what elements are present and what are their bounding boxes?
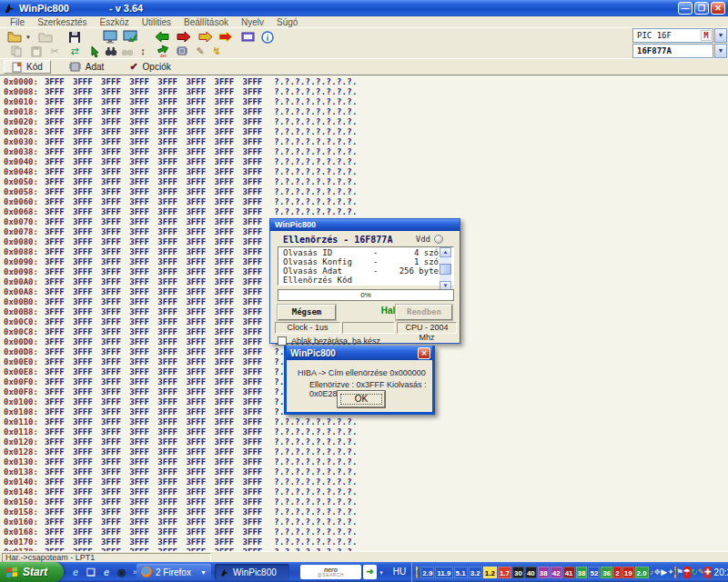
hex-values[interactable]: 3FFF 3FFF 3FFF 3FFF 3FFF 3FFF 3FFF 3FFF xyxy=(45,507,262,517)
security-shield-icon[interactable]: ! xyxy=(416,567,418,578)
menu-item[interactable]: Beállítások xyxy=(177,17,235,27)
title-bar[interactable]: WinPic800 - v 3.64 — ❐ ✕ xyxy=(0,0,728,16)
chip-model-caret[interactable]: ▼ xyxy=(714,44,727,58)
swap-button[interactable]: ⇄ xyxy=(66,45,84,57)
hex-values[interactable]: 3FFF 3FFF 3FFF 3FFF 3FFF 3FFF 3FFF 3FFF xyxy=(45,537,262,547)
start-button[interactable]: Start xyxy=(0,562,64,582)
open-dropdown-caret[interactable]: ▼ xyxy=(24,29,33,45)
hex-values[interactable]: 3FFF 3FFF 3FFF 3FFF 3FFF 3FFF 3FFF 3FFF xyxy=(45,287,262,296)
hex-values[interactable]: 3FFF 3FFF 3FFF 3FFF 3FFF 3FFF 3FFF 3FFF xyxy=(45,197,262,206)
tray-monitor-badge[interactable]: 2 xyxy=(613,567,621,578)
program-all-button[interactable] xyxy=(175,29,193,45)
tray-monitor-badge[interactable]: 19 xyxy=(622,567,634,578)
tray-monitor-badge[interactable]: 38 xyxy=(538,567,550,578)
hex-row[interactable]: 0x0020:3FFF 3FFF 3FFF 3FFF 3FFF 3FFF 3FF… xyxy=(4,117,728,127)
hex-row[interactable]: 0x0060:3FFF 3FFF 3FFF 3FFF 3FFF 3FFF 3FF… xyxy=(4,197,728,207)
hex-row[interactable]: 0x0148:3FFF 3FFF 3FFF 3FFF 3FFF 3FFF 3FF… xyxy=(4,487,728,497)
tray-monitor-badge[interactable]: 2.0 xyxy=(635,567,649,578)
hex-row[interactable]: 0x0160:3FFF 3FFF 3FFF 3FFF 3FFF 3FFF 3FF… xyxy=(4,517,728,527)
task-row[interactable]: Ellenörzés Kód xyxy=(283,276,439,285)
menu-item[interactable]: Szerkesztés xyxy=(31,17,93,27)
hex-values[interactable]: 3FFF 3FFF 3FFF 3FFF 3FFF 3FFF 3FFF 3FFF xyxy=(45,347,262,356)
error-close-button[interactable]: ✕ xyxy=(418,347,430,359)
tray-monitor-badge[interactable]: 40 xyxy=(525,567,537,578)
hex-values[interactable]: 3FFF 3FFF 3FFF 3FFF 3FFF 3FFF 3FFF 3FFF xyxy=(45,307,262,316)
menu-item[interactable]: Súgó xyxy=(270,17,304,27)
chip-family-combo[interactable]: PIC 16F M ▼ xyxy=(632,28,727,43)
hex-row[interactable]: 0x0000:3FFF 3FFF 3FFF 3FFF 3FFF 3FFF 3FF… xyxy=(4,77,728,87)
copy-button[interactable] xyxy=(7,45,25,57)
calibrate-button[interactable]: ✎ xyxy=(191,45,209,57)
hex-values[interactable]: 3FFF 3FFF 3FFF 3FFF 3FFF 3FFF 3FFF 3FFF xyxy=(45,167,262,176)
close-button[interactable]: ✕ xyxy=(711,2,725,15)
hex-values[interactable]: 3FFF 3FFF 3FFF 3FFF 3FFF 3FFF 3FFF 3FFF xyxy=(45,187,262,196)
task-row[interactable]: Olvasás ID - 4 szó xyxy=(283,248,439,257)
hex-values[interactable]: 3FFF 3FFF 3FFF 3FFF 3FFF 3FFF 3FFF 3FFF xyxy=(45,427,262,436)
hex-row[interactable]: 0x0158:3FFF 3FFF 3FFF 3FFF 3FFF 3FFF 3FF… xyxy=(4,507,728,517)
hex-values[interactable]: 3FFF 3FFF 3FFF 3FFF 3FFF 3FFF 3FFF 3FFF xyxy=(45,407,262,416)
hex-row[interactable]: 0x0040:3FFF 3FFF 3FFF 3FFF 3FFF 3FFF 3FF… xyxy=(4,157,728,167)
hex-row[interactable]: 0x0008:3FFF 3FFF 3FFF 3FFF 3FFF 3FFF 3FF… xyxy=(4,87,728,97)
menu-item[interactable]: File xyxy=(4,17,31,27)
hex-values[interactable]: 3FFF 3FFF 3FFF 3FFF 3FFF 3FFF 3FFF 3FFF xyxy=(45,397,262,406)
scroll-thumb[interactable] xyxy=(440,264,451,275)
task-row[interactable]: Olvasás Adat - 256 byte xyxy=(283,266,439,276)
flag-icon[interactable]: ⚑ xyxy=(676,567,683,578)
hex-values[interactable]: 3FFF 3FFF 3FFF 3FFF 3FFF 3FFF 3FFF 3FFF xyxy=(45,367,262,376)
tray-monitor-badge[interactable]: 1.7 xyxy=(498,567,511,578)
scroll-up-icon[interactable]: ▲ xyxy=(440,247,451,257)
hex-values[interactable]: 3FFF 3FFF 3FFF 3FFF 3FFF 3FFF 3FFF 3FFF xyxy=(45,257,262,266)
datasheet-button[interactable] xyxy=(238,29,257,45)
hex-row[interactable]: 0x0048:3FFF 3FFF 3FFF 3FFF 3FFF 3FFF 3FF… xyxy=(4,167,728,177)
hex-values[interactable]: 3FFF 3FFF 3FFF 3FFF 3FFF 3FFF 3FFF 3FFF xyxy=(45,377,262,386)
power-button[interactable]: ↯ xyxy=(207,45,226,57)
hex-row[interactable]: 0x0140:3FFF 3FFF 3FFF 3FFF 3FFF 3FFF 3FF… xyxy=(4,477,728,487)
ie-icon[interactable]: e xyxy=(69,566,82,578)
hex-values[interactable]: 3FFF 3FFF 3FFF 3FFF 3FFF 3FFF 3FFF 3FFF xyxy=(45,137,262,146)
nero-go-button[interactable]: ➜ xyxy=(363,565,377,579)
close-when-done-checkbox[interactable] xyxy=(278,336,287,346)
hex-values[interactable]: 3FFF 3FFF 3FFF 3FFF 3FFF 3FFF 3FFF 3FFF xyxy=(45,387,262,396)
hex-values[interactable]: 3FFF 3FFF 3FFF 3FFF 3FFF 3FFF 3FFF 3FFF xyxy=(45,417,262,426)
tray-monitor-badge[interactable]: 2.9 xyxy=(420,567,434,578)
firefox-taskbar-button[interactable]: 2 Firefox ▼ xyxy=(136,564,211,580)
goto-button[interactable]: ↕ xyxy=(134,45,152,57)
player-icon[interactable]: ▶ xyxy=(661,567,667,578)
info-button[interactable]: i xyxy=(258,29,277,45)
menu-item[interactable]: Nyelv xyxy=(235,17,270,27)
hex-values[interactable]: 3FFF 3FFF 3FFF 3FFF 3FFF 3FFF 3FFF 3FFF xyxy=(45,317,262,326)
menu-item[interactable]: Eszköz xyxy=(94,17,136,27)
select-button[interactable] xyxy=(86,45,104,57)
hex-row[interactable]: 0x0120:3FFF 3FFF 3FFF 3FFF 3FFF 3FFF 3FF… xyxy=(4,437,728,447)
hex-row[interactable]: 0x0038:3FFF 3FFF 3FFF 3FFF 3FFF 3FFF 3FF… xyxy=(4,147,728,157)
hex-row[interactable]: 0x0150:3FFF 3FFF 3FFF 3FFF 3FFF 3FFF 3FF… xyxy=(4,497,728,507)
tab-adat[interactable]: Adat xyxy=(62,60,112,74)
hex-row[interactable]: 0x0028:3FFF 3FFF 3FFF 3FFF 3FFF 3FFF 3FF… xyxy=(4,127,728,137)
explorer-icon[interactable]: ❏ xyxy=(85,566,97,578)
minimize-button[interactable]: — xyxy=(678,2,693,15)
nero-caret-icon[interactable]: ▼ xyxy=(379,570,384,576)
hex-values[interactable]: 3FFF 3FFF 3FFF 3FFF 3FFF 3FFF 3FFF 3FFF xyxy=(45,147,262,156)
read-all-button[interactable] xyxy=(153,29,171,45)
hex-values[interactable]: 3FFF 3FFF 3FFF 3FFF 3FFF 3FFF 3FFF 3FFF xyxy=(45,527,262,537)
device-config-button[interactable] xyxy=(173,45,191,57)
tool-icon[interactable]: ✎ xyxy=(697,567,704,578)
nero-search-band[interactable]: nero @SEARCH xyxy=(300,565,361,579)
hex-row[interactable]: 0x0110:3FFF 3FFF 3FFF 3FFF 3FFF 3FFF 3FF… xyxy=(4,417,728,427)
task-row[interactable]: Olvasás Konfig - 1 szó xyxy=(283,257,439,266)
find-button[interactable] xyxy=(102,45,120,57)
hex-values[interactable]: 3FFF 3FFF 3FFF 3FFF 3FFF 3FFF 3FFF 3FFF xyxy=(45,117,262,126)
hex-row[interactable]: 0x0030:3FFF 3FFF 3FFF 3FFF 3FFF 3FFF 3FF… xyxy=(4,137,728,147)
paste-button[interactable] xyxy=(27,45,46,57)
hex-values[interactable]: 3FFF 3FFF 3FFF 3FFF 3FFF 3FFF 3FFF 3FFF xyxy=(45,467,262,477)
hex-values[interactable]: 3FFF 3FFF 3FFF 3FFF 3FFF 3FFF 3FFF 3FFF xyxy=(45,217,262,226)
hex-values[interactable]: 3FFF 3FFF 3FFF 3FFF 3FFF 3FFF 3FFF 3FFF xyxy=(45,277,262,286)
hex-values[interactable]: 3FFF 3FFF 3FFF 3FFF 3FFF 3FFF 3FFF 3FFF xyxy=(45,437,262,447)
hex-row[interactable]: 0x0050:3FFF 3FFF 3FFF 3FFF 3FFF 3FFF 3FF… xyxy=(4,177,728,187)
group-caret-icon[interactable]: ▼ xyxy=(200,569,207,576)
restore-button[interactable]: ❐ xyxy=(694,2,709,15)
tray-monitor-badge[interactable]: 30 xyxy=(512,567,524,578)
hex-row[interactable]: 0x0018:3FFF 3FFF 3FFF 3FFF 3FFF 3FFF 3FF… xyxy=(4,107,728,117)
hex-values[interactable]: 3FFF 3FFF 3FFF 3FFF 3FFF 3FFF 3FFF 3FFF xyxy=(45,337,262,346)
tray-monitor-badge[interactable]: 3.2 xyxy=(469,567,482,578)
